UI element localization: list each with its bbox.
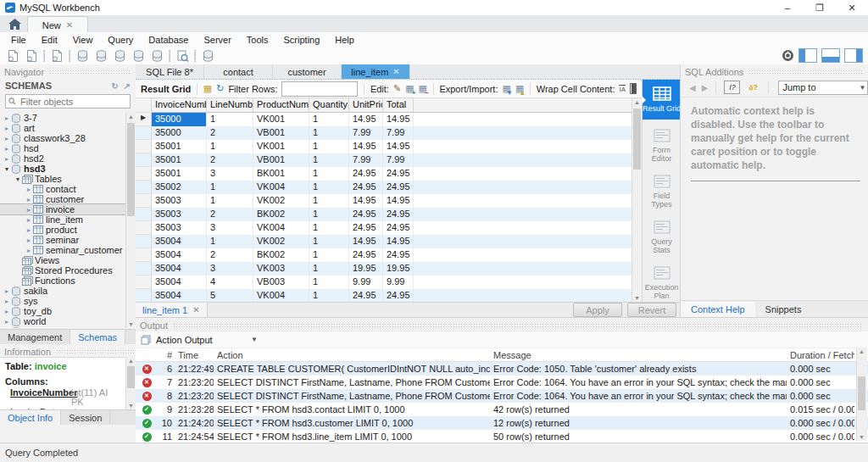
row-selector[interactable] (136, 126, 152, 140)
grid-cell[interactable]: 1 (309, 248, 349, 262)
grid-cell[interactable]: VK002 (253, 235, 309, 248)
tree-item-hsd3[interactable]: ▾hsd3 (0, 164, 125, 174)
tree-item-world[interactable]: ▸world (0, 316, 125, 326)
grid-cell[interactable]: 3 (207, 262, 253, 276)
strip-field-types[interactable]: Field Types (643, 171, 681, 211)
grid-cell[interactable]: 24.95 (383, 181, 414, 194)
grid-cell[interactable]: 35004 (152, 262, 207, 276)
grid-cell[interactable]: 5 (207, 289, 253, 302)
grid-cell[interactable]: 1 (309, 140, 349, 153)
toggle-output-panel-icon[interactable] (821, 48, 840, 63)
grid-cell[interactable]: BK001 (253, 167, 309, 181)
grid-cell[interactable]: 24.95 (383, 248, 414, 262)
row-selector[interactable] (136, 153, 152, 167)
row-selector[interactable] (136, 262, 152, 276)
toggle-preview-pane-icon[interactable] (630, 83, 637, 94)
menu-tools[interactable]: Tools (239, 35, 276, 45)
output-col-message[interactable]: Message (490, 350, 787, 360)
grid-cell[interactable]: 1 (309, 208, 349, 221)
wrap-cell-content-icon[interactable]: IA (619, 85, 626, 93)
tree-item-tables[interactable]: ▾Tables (0, 174, 125, 184)
close-tab-icon[interactable]: ✕ (392, 67, 399, 76)
grid-cell[interactable]: VB003 (253, 276, 309, 289)
grid-cell[interactable]: 24.95 (383, 221, 414, 235)
grid-cell[interactable]: 9.99 (383, 276, 414, 289)
editor-tab-contact[interactable]: contact (204, 64, 273, 79)
grid-cell[interactable]: 14.95 (349, 194, 383, 208)
expand-arrow-icon[interactable]: ▸ (3, 308, 11, 315)
tree-item-invoice[interactable]: ▸invoice (0, 204, 125, 214)
grid-cell[interactable]: BK002 (253, 208, 309, 221)
grid-cell[interactable]: 2 (207, 248, 253, 262)
grid-cell[interactable]: 2 (207, 208, 253, 221)
grid-cell[interactable]: 35004 (152, 289, 207, 302)
tree-item-hsd2[interactable]: ▸hsd2 (0, 153, 125, 164)
grid-cell[interactable]: 1 (309, 113, 349, 126)
grid-cell[interactable]: 35002 (152, 181, 207, 194)
help-forward-icon[interactable]: ▶ (702, 83, 709, 92)
toggle-auto-help-icon[interactable]: ა? (746, 81, 760, 93)
grid-cell[interactable]: 14.95 (349, 140, 383, 153)
expand-arrow-icon[interactable]: ▸ (3, 155, 11, 163)
expand-arrow-icon[interactable]: ▸ (25, 237, 33, 244)
collapse-arrow-icon[interactable]: ▾ (3, 165, 11, 173)
grid-cell[interactable]: 35004 (152, 276, 207, 289)
expand-arrow-icon[interactable]: ▸ (3, 114, 11, 122)
row-selector[interactable] (136, 208, 152, 221)
tree-item-3-7[interactable]: ▸3-7 (0, 113, 125, 123)
grid-cell[interactable]: 24.95 (383, 167, 414, 181)
tab-object-info[interactable]: Object Info (0, 410, 61, 425)
tree-item-customer[interactable]: ▸customer (0, 194, 125, 204)
grid-cell[interactable]: 1 (207, 235, 253, 248)
output-col-action[interactable]: Action (214, 350, 490, 360)
menu-server[interactable]: Server (196, 35, 238, 45)
row-selector[interactable] (136, 194, 152, 208)
strip-execution-plan[interactable]: Execution Plan (643, 263, 681, 303)
grid-cell[interactable]: 2 (207, 126, 253, 140)
editor-tab-customer[interactable]: customer (273, 64, 342, 79)
menu-view[interactable]: View (65, 35, 101, 45)
output-row[interactable]: ✕821:23:20SELECT DISTINCT FirstName, Las… (136, 389, 868, 403)
grid-cell[interactable]: 1 (207, 140, 253, 153)
grid-cell[interactable]: 14.95 (349, 235, 383, 248)
grid-cell[interactable]: 14.95 (383, 235, 414, 248)
strip-result-grid[interactable]: Result Grid (643, 80, 681, 120)
expand-arrow-icon[interactable]: ▸ (25, 186, 33, 193)
tab-snippets[interactable]: Snippets (755, 304, 812, 314)
grid-cell[interactable]: 4 (207, 276, 253, 289)
output-row[interactable]: ✕721:23:20SELECT DISTINCT FirstName, Las… (136, 376, 868, 389)
grid-cell[interactable]: 3 (207, 167, 253, 181)
column-header-linenumber[interactable]: LineNumber (207, 98, 253, 113)
output-row[interactable]: ✓921:23:28SELECT * FROM hsd3.contact LIM… (136, 403, 868, 416)
expand-arrow-icon[interactable]: ▸ (3, 328, 11, 329)
output-row[interactable]: ✓1121:24:54SELECT * FROM hsd3.line_item … (136, 430, 868, 443)
grid-cell[interactable]: 35001 (152, 167, 207, 181)
grid-cell[interactable]: VK004 (253, 221, 309, 235)
grid-cell[interactable]: 1 (309, 262, 349, 276)
output-col--[interactable]: # (154, 350, 175, 360)
column-header-productnumber[interactable]: ProductNumber (253, 98, 309, 113)
tree-item-stored-procedures[interactable]: Stored Procedures (0, 265, 125, 276)
expand-arrow-icon[interactable]: ▸ (3, 318, 11, 326)
grid-cell[interactable]: 14.95 (383, 113, 414, 126)
grid-cell[interactable]: 19.95 (383, 262, 414, 276)
apply-button[interactable]: Apply (573, 303, 622, 317)
tree-item-seminar[interactable]: ▸seminar (0, 235, 125, 245)
expand-arrow-icon[interactable]: ▸ (25, 226, 33, 234)
maximize-icon[interactable]: ❐ (804, 0, 836, 15)
row-selector[interactable]: ▶ (136, 113, 152, 126)
expand-arrow-icon[interactable]: ▸ (25, 247, 33, 254)
menu-database[interactable]: Database (141, 35, 196, 45)
connection-tab-new[interactable]: New ✕ (27, 16, 88, 33)
grid-cell[interactable]: 35004 (152, 235, 207, 248)
output-row[interactable]: ✓1021:24:20SELECT * FROM hsd3.customer L… (136, 416, 868, 430)
export-recordset-icon[interactable]: ▦▼ (502, 83, 510, 94)
grid-cell[interactable]: 24.95 (349, 208, 383, 221)
grid-cell[interactable]: 1 (207, 113, 253, 126)
menu-help[interactable]: Help (327, 35, 362, 45)
expand-arrow-icon[interactable]: ▸ (25, 196, 33, 203)
revert-button[interactable]: Revert (627, 303, 676, 317)
row-selector[interactable] (136, 248, 152, 262)
create-function-icon[interactable] (147, 48, 166, 64)
row-selector[interactable] (136, 181, 152, 194)
